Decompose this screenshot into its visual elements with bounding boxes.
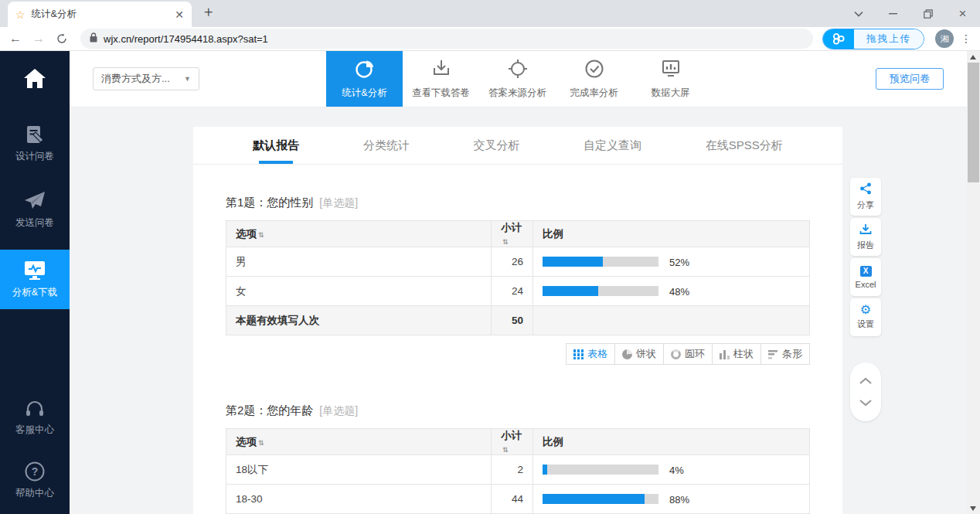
new-tab-button[interactable]: ＋ — [201, 2, 216, 22]
tab-completion-rate[interactable]: 完成率分析 — [556, 51, 632, 107]
baidu-netdisk-extension-button[interactable]: 拖拽上传 — [822, 29, 924, 49]
chart-type-label: 表格 — [587, 347, 607, 361]
toolbar-tab-label: 数据大屏 — [652, 87, 690, 100]
address-bar[interactable]: wjx.cn/report/174954418.aspx?sat=1 — [80, 29, 813, 49]
pie-icon — [622, 349, 632, 359]
browser-menu-icon[interactable]: ⋮ — [958, 32, 974, 45]
browser-avatar[interactable]: 湘 — [935, 29, 954, 48]
left-sidebar: 设计问卷 发送问卷 分析&下载 客服中心 ? 帮助中心 — [0, 51, 70, 514]
report-tab-default[interactable]: 默认报告 — [253, 127, 299, 164]
tab-stats-analysis[interactable]: 统计&分析 — [326, 51, 403, 107]
ratio-cell: 88% — [533, 485, 810, 514]
scrollbar-down-icon[interactable] — [970, 506, 976, 511]
window-controls: × — [841, 0, 980, 27]
chart-type-button-donut[interactable]: 圆环 — [663, 343, 713, 365]
home-icon — [23, 68, 46, 89]
report-tab-spss[interactable]: 在线SPSS分析 — [706, 127, 783, 164]
scrollbar-thumb[interactable] — [968, 63, 979, 182]
column-header-option[interactable]: 选项⇅ — [226, 429, 492, 455]
send-survey-icon — [24, 191, 46, 211]
column-header-option[interactable]: 选项⇅ — [226, 221, 492, 247]
chart-type-button-pie[interactable]: 饼状 — [614, 343, 664, 365]
main-column: 消费方式及方... ▼ 统计&分析 查看下载答卷 — [70, 51, 967, 514]
report-tabs: 默认报告 分类统计 交叉分析 自定义查询 在线SPSS分析 — [193, 127, 842, 165]
share-button[interactable]: 分享 — [850, 178, 881, 216]
extension-label: 拖拽上传 — [854, 29, 924, 49]
gear-icon: ⚙ — [860, 305, 871, 315]
forward-icon[interactable]: → — [29, 29, 48, 48]
report-tab-cross[interactable]: 交叉分析 — [473, 127, 519, 164]
tab-data-dashboard[interactable]: 数据大屏 — [632, 51, 709, 107]
report-tab-custom[interactable]: 自定义查询 — [584, 127, 641, 164]
chart-type-button-column[interactable]: 柱状 — [712, 343, 761, 365]
column-header-count[interactable]: 小计⇅ — [492, 429, 533, 455]
chart-type-label: 柱状 — [733, 347, 754, 361]
excel-icon: X — [860, 266, 872, 277]
share-icon — [859, 182, 872, 196]
back-icon[interactable]: ← — [6, 29, 25, 48]
ratio-percent-label: 88% — [669, 493, 689, 505]
column-header-ratio: 比例 — [533, 221, 810, 247]
scrollbar-up-icon[interactable] — [970, 55, 976, 60]
excel-export-button[interactable]: X Excel — [850, 258, 881, 296]
browser-tab-title: 统计&分析 — [32, 8, 77, 21]
top-toolbar: 消费方式及方... ▼ 统计&分析 查看下载答卷 — [70, 51, 967, 107]
tab-view-answers[interactable]: 查看下载答卷 — [403, 51, 479, 107]
column-header-count[interactable]: 小计⇅ — [492, 221, 533, 247]
chart-type-button-bar[interactable]: 条形 — [761, 343, 810, 365]
ratio-bar — [543, 286, 658, 296]
content-area: 默认报告 分类统计 交叉分析 自定义查询 在线SPSS分析 第1题：您的性别[单… — [70, 107, 967, 514]
table-row: 男2652% — [226, 247, 810, 277]
survey-select-dropdown[interactable]: 消费方式及方... ▼ — [93, 67, 199, 90]
bar-chart-icon — [768, 349, 778, 359]
chevron-down-icon[interactable] — [859, 399, 873, 407]
table-header-row: 选项⇅小计⇅比例 — [226, 221, 810, 247]
question-title: 第2题：您的年龄[单选题] — [226, 403, 810, 418]
report-tab-classified[interactable]: 分类统计 — [363, 127, 410, 164]
ratio-percent-label: 4% — [669, 464, 684, 475]
sidebar-item-help[interactable]: ? 帮助中心 — [0, 454, 70, 508]
url-text: wjx.cn/report/174954418.aspx?sat=1 — [104, 33, 268, 45]
sidebar-item-service[interactable]: 客服中心 — [0, 392, 70, 444]
sort-icon[interactable]: ⇅ — [258, 439, 264, 447]
ratio-bar — [543, 494, 658, 504]
browser-tab[interactable]: ☆ 统计&分析 ✕ — [8, 2, 192, 27]
chart-type-label: 条形 — [782, 347, 802, 361]
browser-tab-strip: ☆ 统计&分析 ✕ ＋ × — [0, 0, 980, 27]
chart-type-button-table[interactable]: 表格 — [566, 343, 615, 365]
tab-answer-source[interactable]: 答案来源分析 — [479, 51, 556, 107]
dashboard-icon — [661, 59, 681, 81]
column-chart-icon — [720, 349, 730, 359]
refresh-icon[interactable] — [53, 29, 71, 48]
window-close-icon[interactable]: × — [945, 0, 980, 27]
chevron-up-icon[interactable] — [859, 377, 873, 385]
sort-icon[interactable]: ⇅ — [258, 231, 264, 239]
sidebar-item-design[interactable]: 设计问卷 — [0, 117, 70, 171]
question-text: 您的年龄 — [267, 403, 313, 417]
questions-container: 第1题：您的性别[单选题]选项⇅小计⇅比例男2652%女2448%本题有效填写人… — [193, 196, 842, 514]
table-row: 女2448% — [226, 277, 810, 306]
favicon-star-icon: ☆ — [15, 9, 26, 21]
window-restore-icon[interactable] — [910, 0, 945, 27]
sidebar-item-analysis[interactable]: 分析&下载 — [0, 250, 70, 309]
page-scrollbar[interactable] — [967, 51, 980, 514]
tab-close-icon[interactable]: ✕ — [175, 9, 184, 21]
window-menu-chevron-icon[interactable] — [841, 0, 876, 27]
sort-icon[interactable]: ⇅ — [502, 238, 509, 246]
report-card: 默认报告 分类统计 交叉分析 自定义查询 在线SPSS分析 第1题：您的性别[单… — [193, 127, 842, 514]
window-minimize-icon[interactable] — [876, 0, 910, 27]
ratio-cell: 48% — [533, 277, 810, 306]
count-cell: 24 — [492, 277, 533, 306]
sort-icon[interactable]: ⇅ — [502, 446, 509, 454]
option-cell: 18以下 — [226, 455, 492, 485]
sidebar-item-send[interactable]: 发送问卷 — [0, 183, 70, 237]
settings-button[interactable]: ⚙ 设置 — [850, 298, 881, 336]
float-tool-label: 报告 — [857, 240, 874, 251]
count-cell: 26 — [492, 247, 533, 277]
report-download-button[interactable]: 报告 — [850, 218, 881, 256]
preview-survey-button[interactable]: 预览问卷 — [876, 68, 944, 90]
count-cell: 2 — [492, 455, 533, 485]
ratio-percent-label: 48% — [669, 285, 689, 297]
float-tool-label: 设置 — [857, 318, 874, 330]
sidebar-item-home[interactable] — [0, 51, 70, 97]
